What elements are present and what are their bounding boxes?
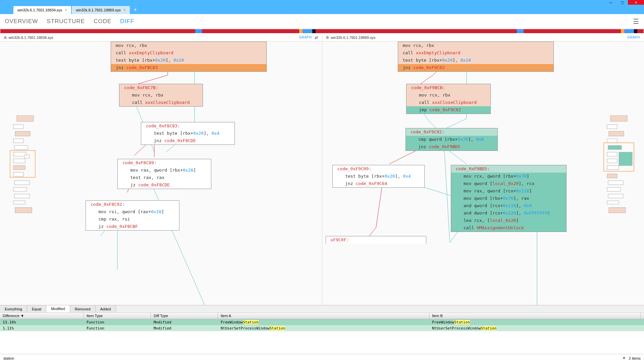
search-term[interactable]: station [3, 356, 14, 360]
graph-panes: mov rcx, rbx call xxxEmptyClipboard test… [0, 42, 644, 305]
pane-b-label: B: win32k.6.1.7601.18869.sys [326, 36, 376, 40]
svg-rect-22 [607, 152, 617, 156]
svg-rect-12 [13, 187, 27, 191]
svg-rect-18 [609, 131, 624, 136]
table-row[interactable]: 1.11% Function Modified NtUserSetProcess… [0, 325, 644, 331]
diff-table-body: 13.16% Function Modified FreeWindowStati… [0, 319, 644, 345]
filter-everything[interactable]: Everything [0, 305, 27, 312]
status-bar: station ✕ 2 items [0, 354, 644, 362]
table-row[interactable]: 13.16% Function Modified FreeWindowStati… [0, 319, 644, 325]
svg-rect-24 [607, 159, 617, 163]
close-icon[interactable]: × [65, 8, 67, 12]
clear-search-icon[interactable]: ✕ [623, 356, 626, 360]
nav-structure[interactable]: STRUCTURE [47, 18, 85, 25]
svg-rect-15 [15, 207, 32, 213]
nav-overview[interactable]: OVERVIEW [5, 18, 38, 25]
close-button[interactable]: ✕ [628, 0, 644, 5]
code-block[interactable]: code_0xF8C7B: mov rcx, rbx call xxxClose… [119, 84, 203, 107]
svg-rect-11 [14, 181, 30, 185]
code-block[interactable]: code_0xF9C09: test byte [rbx+0x20], 0x4 … [332, 165, 425, 188]
svg-rect-4 [14, 145, 28, 149]
window-titlebar: — ▢ ✕ [0, 0, 644, 5]
pane-a[interactable]: mov rcx, rbx call xxxEmptyClipboard test… [0, 42, 322, 305]
code-block[interactable]: code_0xF9BD5: mov rcx, qword [rbx+0x70] … [451, 165, 567, 232]
filter-removed[interactable]: Removed [70, 305, 96, 312]
svg-rect-1 [13, 125, 23, 129]
svg-rect-8 [13, 159, 25, 163]
pane-b[interactable]: mov rcx, rbx call xxxEmptyClipboard test… [322, 42, 644, 305]
col-item-a[interactable]: Item A [218, 313, 429, 319]
svg-rect-20 [608, 145, 622, 149]
tab-file-a[interactable]: win32k.6.1.7601.18834.sys × [13, 6, 71, 14]
col-item-type[interactable]: Item Type [84, 313, 151, 319]
pane-a-label: A: win32k.6.1.7601.18834.sys [4, 36, 53, 40]
graph-a[interactable]: mov rcx, rbx call xxxEmptyClipboard test… [50, 42, 322, 305]
pane-a-header: A: win32k.6.1.7601.18834.sys GRAPH ⇄ [0, 34, 322, 41]
menu-icon[interactable]: ☰ [633, 17, 639, 25]
svg-rect-16 [610, 115, 627, 121]
svg-rect-10 [13, 172, 23, 176]
code-block[interactable]: code_0xF8C89: mov rax, qword [rbx+0x28] … [117, 159, 211, 189]
code-block[interactable]: mov rcx, rbx call xxxEmptyClipboard test… [111, 42, 267, 72]
col-difference[interactable]: Difference ▼ [0, 313, 84, 319]
pane-headers: A: win32k.6.1.7601.18834.sys GRAPH ⇄ B: … [0, 34, 644, 42]
svg-rect-7 [24, 155, 30, 158]
code-block[interactable]: code_0xF8C92: mov rsi, qword [rax+0x18] … [86, 200, 179, 231]
document-tabs: win32k.6.1.7601.18834.sys × win32k.6.1.7… [0, 5, 644, 14]
svg-rect-14 [13, 201, 25, 204]
svg-rect-26 [607, 174, 617, 178]
close-icon[interactable]: × [123, 8, 126, 12]
svg-rect-19 [607, 139, 617, 143]
diff-overview-strip[interactable] [0, 29, 644, 34]
svg-rect-30 [607, 201, 619, 204]
code-block[interactable]: code_0xF9C02: cmp qword [rbx+0x70], 0x0 … [406, 128, 498, 151]
svg-rect-27 [608, 181, 623, 185]
diff-table-header: Difference ▼ Item Type Diff Type Item A … [0, 312, 644, 319]
main-nav: OVERVIEW STRUCTURE CODE DIFF ☰ [0, 14, 644, 29]
minimize-button[interactable]: — [605, 0, 616, 5]
filter-tabs: Everything Equal Modified Removed Added [0, 305, 644, 312]
nav-diff[interactable]: DIFF [120, 18, 134, 25]
svg-rect-29 [608, 194, 623, 198]
svg-rect-23 [619, 152, 632, 166]
code-block[interactable]: code_0xF8C83: test byte [rbx+0x20], 0x4 … [141, 122, 235, 145]
tab-label: win32k.6.1.7601.18869.sys [76, 8, 120, 12]
minimap-b[interactable] [594, 42, 644, 305]
svg-rect-0 [17, 115, 34, 121]
svg-rect-17 [607, 125, 617, 129]
svg-rect-3 [13, 139, 23, 143]
add-tab-button[interactable]: + [130, 5, 140, 14]
pane-b-mode[interactable]: GRAPH [627, 36, 640, 39]
maximize-button[interactable]: ▢ [616, 0, 628, 5]
minimap-a[interactable] [0, 42, 50, 305]
filter-added[interactable]: Added [96, 305, 116, 312]
swap-icon[interactable]: ⇄ [315, 35, 318, 40]
svg-rect-28 [607, 187, 621, 191]
col-diff-type[interactable]: Diff Type [151, 313, 218, 319]
svg-rect-6 [13, 152, 26, 156]
nav-code[interactable]: CODE [94, 18, 111, 25]
filter-equal[interactable]: Equal [27, 305, 46, 312]
svg-rect-2 [15, 131, 30, 136]
filter-modified[interactable]: Modified [46, 305, 70, 312]
col-item-b[interactable]: Item B [429, 313, 641, 319]
result-count: 2 items [629, 356, 641, 360]
svg-rect-13 [14, 194, 30, 198]
code-block[interactable]: xF9C0F: [326, 236, 426, 244]
svg-rect-31 [609, 207, 626, 213]
pane-b-header: B: win32k.6.1.7601.18869.sys GRAPH [322, 34, 644, 41]
graph-b[interactable]: mov rcx, rbx call xxxEmptyClipboard test… [322, 42, 594, 305]
pane-a-mode[interactable]: GRAPH [299, 36, 312, 39]
code-block[interactable]: code_0xF9BCB: mov rcx, rbx call xxxClose… [406, 84, 491, 114]
code-block[interactable]: mov rcx, rbx call xxxEmptyClipboard test… [398, 42, 554, 72]
tab-file-b[interactable]: win32k.6.1.7601.18869.sys × [72, 6, 129, 14]
svg-rect-9 [13, 166, 25, 170]
svg-rect-25 [607, 166, 619, 170]
tab-label: win32k.6.1.7601.18834.sys [17, 8, 62, 12]
